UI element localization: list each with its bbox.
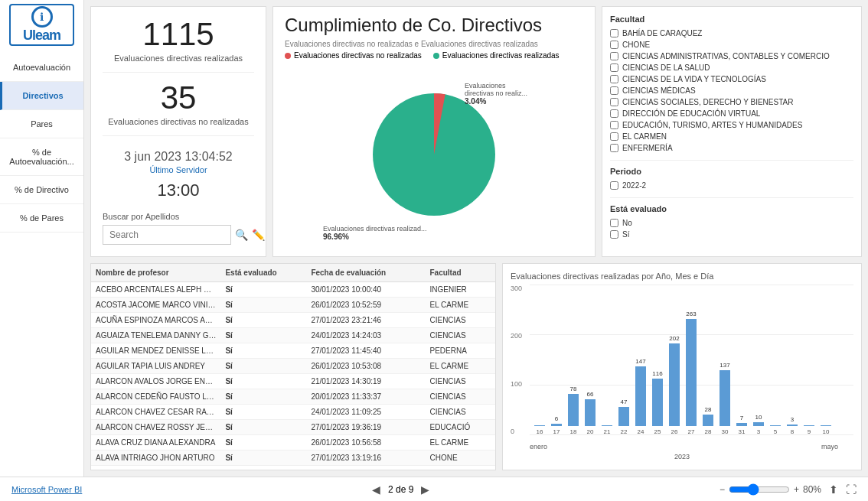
table-body: ACEBO ARCENTALES ALEPH SALVADOR Sí 30/01… xyxy=(91,282,495,466)
year-label: 2023 xyxy=(674,453,690,460)
sidebar-item-pct-pares[interactable]: % de Pares xyxy=(0,204,83,233)
prev-page-button[interactable]: ◀ xyxy=(372,483,380,496)
bar-group: 103 xyxy=(751,414,766,435)
bar-value: 3 xyxy=(791,416,794,423)
table-row[interactable]: ACOSTA JACOME MARCO VINICIO Sí 26/01/202… xyxy=(91,298,495,313)
pie-chart-panel: Cumplimiento de Co. Directivos Evaluacio… xyxy=(272,6,596,257)
sidebar-item-label: % de Directivo xyxy=(15,185,69,194)
share-button[interactable]: ⬆ xyxy=(829,483,838,496)
facultad-filter-item[interactable]: EL CARMEN xyxy=(610,131,853,142)
facultad-filter-item[interactable]: ENFERMERÍA xyxy=(610,142,853,154)
table-row[interactable]: ALAVA INTRIAGO JHON ARTURO Sí 27/01/2023… xyxy=(91,451,495,466)
facultad-checkbox[interactable] xyxy=(610,29,618,37)
bar xyxy=(753,422,764,426)
bar-value: 47 xyxy=(621,399,628,405)
bottom-panels: Nombre de profesor Está evaluado Fecha d… xyxy=(84,263,868,477)
table-row[interactable]: ALAVA CRUZ DIANA ALEXANDRA Sí 26/01/2023… xyxy=(91,435,495,451)
facultad-filter-item[interactable]: BAHÍA DE CARAQUEZ xyxy=(610,28,853,39)
cell-nombre: ACEBO ARCENTALES ALEPH SALVADOR xyxy=(91,282,220,298)
evaluaciones-realizadas-label: Evaluaciones directivas realizadas xyxy=(114,54,243,63)
facultad-checkbox[interactable] xyxy=(610,98,618,106)
sidebar-item-pct-autoevaluacion[interactable]: % de Autoevaluación... xyxy=(0,138,83,176)
sidebar-item-pct-directivo[interactable]: % de Directivo xyxy=(0,176,83,204)
evaluado-filter-item[interactable]: Sí xyxy=(610,229,853,240)
facultad-checkbox[interactable] xyxy=(610,52,618,60)
facultad-filter-item[interactable]: CHONE xyxy=(610,39,853,50)
pagination: ◀ 2 de 9 ▶ xyxy=(372,483,429,496)
chart-subtitle: Evaluaciones directivas no realizadas e … xyxy=(285,40,583,48)
zoom-slider[interactable] xyxy=(729,483,790,496)
cell-fecha: 26/01/2023 10:52:59 xyxy=(306,298,425,313)
periodo-label: 2022-2 xyxy=(622,181,646,190)
evaluado-checkbox[interactable] xyxy=(610,219,618,227)
periodo-filter-item[interactable]: 2022-2 xyxy=(610,180,853,191)
facultad-filter-item[interactable]: CIENCIAS DE LA SALUD xyxy=(610,62,853,73)
table-row[interactable]: AGUILAR MENDEZ DENISSE LORETH Sí 27/01/2… xyxy=(91,343,495,359)
bar xyxy=(703,415,713,426)
facultad-checkbox[interactable] xyxy=(610,132,618,141)
sidebar-item-pares[interactable]: Pares xyxy=(0,110,83,138)
month-label-enero: enero xyxy=(530,443,547,451)
bar-label: 31 xyxy=(739,428,746,435)
pie-pct-no-realizadas: 3.04% xyxy=(465,97,534,106)
table-row[interactable]: ACEBO ARCENTALES ALEPH SALVADOR Sí 30/01… xyxy=(91,282,495,298)
bar-label: 28 xyxy=(705,428,712,435)
bar-chart-bars: 1661778186620214722147241162520226263272… xyxy=(511,285,834,435)
facultad-filter-item[interactable]: CIENCIAS MÉDICAS xyxy=(610,85,853,96)
eraser-icon-button[interactable]: ✏️ xyxy=(252,229,265,241)
table-row[interactable]: ALARCON AVALOS JORGE ENRIQUE Sí 21/01/20… xyxy=(91,374,495,389)
cell-fecha: 27/01/2023 13:19:16 xyxy=(306,451,425,466)
facultad-checkbox[interactable] xyxy=(610,41,618,49)
page-info: 2 de 9 xyxy=(388,484,413,495)
table-row[interactable]: AGUAIZA TENELEMA DANNY GALINDO Sí 24/01/… xyxy=(91,328,495,343)
bar-value: 7 xyxy=(740,415,743,421)
filter-separator-2 xyxy=(610,197,853,198)
facultad-filter-title: Facultad xyxy=(610,15,853,24)
next-page-button[interactable]: ▶ xyxy=(421,483,429,496)
table-row[interactable]: ALARCON CHAVEZ CESAR RAUL Sí 24/01/2023 … xyxy=(91,405,495,420)
facultad-label: CIENCIAS DE LA VIDA Y TECNOLOGÍAS xyxy=(622,75,766,83)
stats-panel: 1115 Evaluaciones directivas realizadas … xyxy=(90,6,266,257)
fullscreen-button[interactable]: ⛶ xyxy=(846,483,857,496)
cell-nombre: ALARCON CEDEÑO FAUSTO LEONIDAS xyxy=(91,389,220,405)
facultad-checkbox[interactable] xyxy=(610,109,618,118)
table-row[interactable]: ALARCON CEDEÑO FAUSTO LEONIDAS Sí 20/01/… xyxy=(91,389,495,405)
sidebar-item-directivos[interactable]: Directivos xyxy=(0,82,83,110)
bar-group: 21 xyxy=(599,424,615,435)
bar xyxy=(720,370,730,426)
facultad-filter-item[interactable]: EDUCACIÓN, TURISMO, ARTES Y HUMANIDADES xyxy=(610,119,853,131)
search-input[interactable] xyxy=(103,225,231,245)
top-panels: 1115 Evaluaciones directivas realizadas … xyxy=(84,0,868,263)
facultad-checkbox[interactable] xyxy=(610,75,618,83)
evaluado-checkbox[interactable] xyxy=(610,230,618,239)
cell-evaluado: Sí xyxy=(220,405,306,420)
cell-evaluado: Sí xyxy=(220,328,306,343)
periodo-checkbox[interactable] xyxy=(610,181,618,190)
facultad-filter-item[interactable]: CIENCIAS SOCIALES, DERECHO Y BIENESTAR xyxy=(610,96,853,108)
facultad-checkbox[interactable] xyxy=(610,63,618,72)
facultad-filter-item[interactable]: CIENCIAS DE LA VIDA Y TECNOLOGÍAS xyxy=(610,73,853,85)
powerbi-link[interactable]: Microsoft Power BI xyxy=(11,485,82,494)
facultad-label: BAHÍA DE CARAQUEZ xyxy=(622,29,702,37)
logo[interactable]: ℹ Uleam xyxy=(9,4,74,46)
table-header: Nombre de profesor Está evaluado Fecha d… xyxy=(91,264,495,282)
evaluado-filter-item[interactable]: No xyxy=(610,217,853,229)
periodo-items: 2022-2 xyxy=(610,180,853,191)
search-icon-button[interactable]: 🔍 xyxy=(235,229,248,241)
facultad-checkbox[interactable] xyxy=(610,86,618,95)
facultad-checkbox[interactable] xyxy=(610,144,618,152)
table-row[interactable]: ACUÑA ESPINOZA MARCOS AGUSTIN Sí 27/01/2… xyxy=(91,313,495,328)
evaluado-label: Sí xyxy=(622,230,629,239)
sidebar-item-label: % de Pares xyxy=(20,213,64,223)
bar-group: 2828 xyxy=(700,406,716,435)
table-row[interactable]: AGUILAR TAPIA LUIS ANDREY Sí 26/01/2023 … xyxy=(91,359,495,374)
bar-value: 28 xyxy=(705,406,712,413)
sidebar-item-autoevaluacion[interactable]: Autoevaluación xyxy=(0,54,83,82)
table-row[interactable]: ALARCON CHAVEZ ROSSY JEANETTE Sí 27/01/2… xyxy=(91,420,495,435)
evaluaciones-realizadas-number: 1115 xyxy=(142,18,214,50)
bar-label: 27 xyxy=(688,428,695,435)
bar xyxy=(787,425,798,426)
facultad-checkbox[interactable] xyxy=(610,121,618,129)
facultad-filter-item[interactable]: CIENCIAS ADMINISTRATIVAS, CONTABLES Y CO… xyxy=(610,50,853,62)
facultad-filter-item[interactable]: DIRECCIÓN DE EDUCACIÓN VIRTUAL xyxy=(610,108,853,119)
